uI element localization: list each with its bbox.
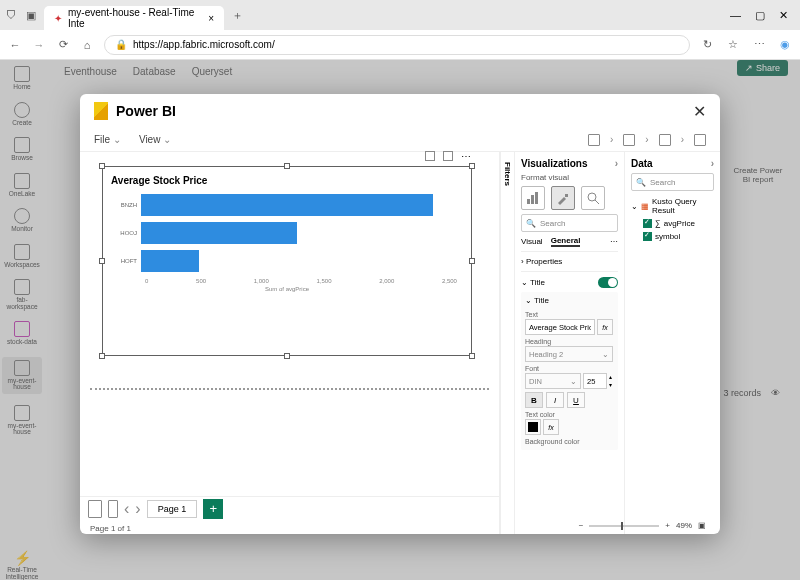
tab-close-icon[interactable]: × bbox=[208, 13, 214, 24]
fit-page-icon[interactable]: ▣ bbox=[698, 521, 706, 530]
zoom-value: 49% bbox=[676, 521, 692, 530]
chevron-down-icon: ⌄ bbox=[602, 350, 609, 359]
toolbar-view-icon[interactable] bbox=[623, 134, 635, 146]
format-search-input[interactable]: 🔍Search bbox=[521, 214, 618, 232]
cube-icon: ▣ bbox=[24, 8, 38, 22]
data-search-input[interactable]: 🔍Search bbox=[631, 173, 714, 191]
sync-icon[interactable]: ↻ bbox=[700, 38, 714, 52]
visualizations-pane: Visualizations› Format visual 🔍Search Vi… bbox=[514, 152, 624, 534]
window-close-icon[interactable]: ✕ bbox=[779, 9, 788, 22]
desktop-layout-icon[interactable] bbox=[88, 500, 102, 518]
zoom-slider[interactable] bbox=[589, 525, 659, 527]
mobile-layout-icon[interactable] bbox=[108, 500, 118, 518]
menu-view[interactable]: View ⌄ bbox=[139, 134, 171, 145]
search-icon: 🔍 bbox=[636, 178, 646, 187]
lock-icon: 🔒 bbox=[115, 39, 127, 50]
chevron-down-icon: ⌄ bbox=[570, 377, 577, 386]
build-visual-icon[interactable] bbox=[521, 186, 545, 210]
shield-icon: ⛉ bbox=[4, 8, 18, 22]
tab-visual[interactable]: Visual bbox=[521, 237, 543, 246]
page-counter: Page 1 of 1 bbox=[90, 524, 131, 533]
text-color-fx-button[interactable]: fx bbox=[543, 419, 559, 435]
title-text-fx-button[interactable]: fx bbox=[597, 319, 613, 335]
bold-button[interactable]: B bbox=[525, 392, 543, 408]
page-tab[interactable]: Page 1 bbox=[147, 500, 198, 518]
report-canvas[interactable]: ⋯ Average Stock Price BNZH HOOJ HOFT 050… bbox=[80, 152, 500, 534]
field-symbol[interactable]: symbol bbox=[631, 230, 714, 243]
chevron-right-icon[interactable]: › bbox=[610, 134, 613, 146]
data-table-node[interactable]: ⌄ ▦ Kusto Query Result bbox=[631, 195, 714, 217]
bar-chart: BNZH HOOJ HOFT 05001,000 1,5002,0002,500… bbox=[111, 194, 463, 292]
visual-container[interactable]: ⋯ Average Stock Price BNZH HOOJ HOFT 050… bbox=[102, 166, 472, 356]
add-page-button[interactable]: + bbox=[203, 499, 223, 519]
svg-point-4 bbox=[588, 193, 596, 201]
modal-close-button[interactable]: ✕ bbox=[693, 102, 706, 121]
chevron-right-icon[interactable]: › bbox=[645, 134, 648, 146]
window-minimize-icon[interactable]: — bbox=[730, 9, 741, 22]
data-pane: Data› 🔍Search ⌄ ▦ Kusto Query Result ∑av… bbox=[624, 152, 720, 534]
toolbar-refresh-icon[interactable] bbox=[694, 134, 706, 146]
title-text-input[interactable] bbox=[525, 319, 595, 335]
favorite-icon[interactable]: ☆ bbox=[726, 38, 740, 52]
menu-file[interactable]: File ⌄ bbox=[94, 134, 121, 145]
font-family-select[interactable]: DIN⌄ bbox=[525, 373, 581, 389]
properties-section[interactable]: › Properties bbox=[521, 257, 618, 266]
font-size-stepper[interactable]: ▴▾ bbox=[609, 373, 612, 389]
checkbox-checked-icon[interactable] bbox=[643, 219, 652, 228]
chevron-down-icon: ⌄ bbox=[631, 202, 638, 211]
underline-button[interactable]: U bbox=[567, 392, 585, 408]
nav-home-icon[interactable]: ⌂ bbox=[80, 38, 94, 52]
zoom-out-button[interactable]: − bbox=[579, 521, 584, 530]
new-tab-icon[interactable]: ＋ bbox=[230, 8, 244, 22]
toolbar-bookmark-icon[interactable] bbox=[588, 134, 600, 146]
window-maximize-icon[interactable]: ▢ bbox=[755, 9, 765, 22]
zoom-in-button[interactable]: + bbox=[665, 521, 670, 530]
chevron-down-icon: ⌄ bbox=[113, 134, 121, 145]
text-color-picker[interactable] bbox=[525, 419, 541, 435]
visual-focus-icon[interactable] bbox=[443, 151, 453, 161]
title-section[interactable]: ⌄ Title bbox=[521, 277, 618, 288]
toolbar-reading-icon[interactable] bbox=[659, 134, 671, 146]
collapse-icon[interactable]: › bbox=[615, 158, 618, 169]
format-visual-icon[interactable] bbox=[551, 186, 575, 210]
search-icon: 🔍 bbox=[526, 219, 536, 228]
chevron-right-icon[interactable]: › bbox=[681, 134, 684, 146]
nav-forward-icon: → bbox=[32, 38, 46, 52]
powerbi-logo-icon bbox=[94, 102, 108, 120]
italic-button[interactable]: I bbox=[546, 392, 564, 408]
analytics-icon[interactable] bbox=[581, 186, 605, 210]
filters-pane-collapsed[interactable]: Filters bbox=[500, 152, 514, 534]
powerbi-modal: Power BI ✕ File ⌄ View ⌄ › › › ⋯ bbox=[80, 94, 720, 534]
address-bar[interactable]: 🔒 https://app.fabric.microsoft.com/ bbox=[104, 35, 690, 55]
visual-filter-icon[interactable] bbox=[425, 151, 435, 161]
title-toggle[interactable] bbox=[598, 277, 618, 288]
table-icon: ▦ bbox=[641, 202, 649, 211]
field-avgprice[interactable]: ∑avgPrice bbox=[631, 217, 714, 230]
filters-label: Filters bbox=[503, 162, 512, 186]
chart-title: Average Stock Price bbox=[111, 175, 463, 186]
tab-more-icon[interactable]: ⋯ bbox=[610, 237, 618, 246]
svg-rect-0 bbox=[527, 199, 530, 204]
nav-back-icon[interactable]: ← bbox=[8, 38, 22, 52]
modal-title: Power BI bbox=[94, 102, 176, 120]
text-label: Text bbox=[525, 311, 614, 318]
page-prev-icon[interactable]: ‹ bbox=[124, 500, 129, 518]
bg-color-label: Background color bbox=[525, 438, 614, 445]
nav-refresh-icon[interactable]: ⟳ bbox=[56, 38, 70, 52]
font-size-input[interactable] bbox=[583, 373, 607, 389]
copilot-icon[interactable]: ◉ bbox=[778, 38, 792, 52]
browser-tab[interactable]: ✦ my-event-house - Real-Time Inte × bbox=[44, 6, 224, 30]
heading-select[interactable]: Heading 2⌄ bbox=[525, 346, 613, 362]
tab-general[interactable]: General bbox=[551, 236, 581, 247]
sigma-icon: ∑ bbox=[655, 219, 661, 228]
svg-line-5 bbox=[595, 200, 599, 204]
collapse-icon[interactable]: › bbox=[711, 158, 714, 169]
browser-menu-icon[interactable]: ⋯ bbox=[752, 38, 766, 52]
page-next-icon[interactable]: › bbox=[135, 500, 140, 518]
visual-more-icon[interactable]: ⋯ bbox=[461, 151, 471, 162]
format-visual-label: Format visual bbox=[521, 173, 618, 182]
checkbox-checked-icon[interactable] bbox=[643, 232, 652, 241]
svg-rect-1 bbox=[531, 195, 534, 204]
tab-title: my-event-house - Real-Time Inte bbox=[68, 7, 198, 29]
heading-label: Heading bbox=[525, 338, 614, 345]
